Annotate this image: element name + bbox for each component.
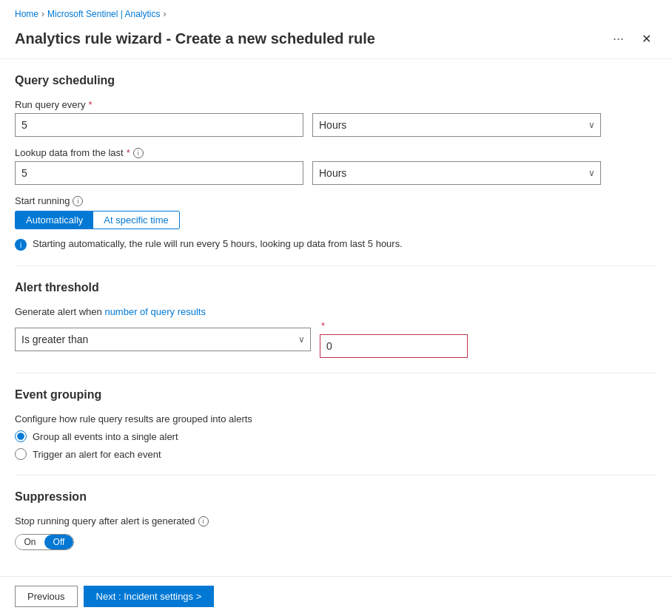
- suppression-info-icon[interactable]: i: [198, 516, 209, 527]
- radio-each-event-label: Trigger an alert for each event: [33, 449, 161, 460]
- generate-alert-label: Generate alert when number of query resu…: [15, 306, 657, 317]
- suppression-stop-label: Stop running query after alert is genera…: [15, 515, 657, 527]
- page-title: Analytics rule wizard - Create a new sch…: [15, 30, 607, 47]
- breadcrumb-sep2: ›: [164, 9, 167, 19]
- specific-time-button[interactable]: At specific time: [93, 211, 178, 229]
- radio-group-all-input[interactable]: [15, 430, 27, 442]
- start-running-row: Start running i Automatically At specifi…: [15, 195, 657, 229]
- suppression-title: Suppression: [15, 490, 657, 504]
- radio-group-all-label: Group all events into a single alert: [33, 431, 178, 442]
- suppression-off-button[interactable]: Off: [44, 535, 73, 549]
- run-query-input[interactable]: [15, 113, 303, 137]
- condition-wrapper: Is greater than Is less than Is equal to…: [15, 328, 311, 351]
- event-grouping-radio-group: Group all events into a single alert Tri…: [15, 430, 657, 460]
- lookup-input[interactable]: [15, 161, 303, 185]
- suppression-toggle: On Off: [15, 534, 74, 550]
- start-running-toggle-group: Automatically At specific time: [15, 211, 180, 229]
- lookup-label: Lookup data from the last * i: [15, 147, 657, 158]
- automatically-button[interactable]: Automatically: [16, 211, 93, 229]
- suppression-section: Suppression Stop running query after ale…: [15, 490, 657, 550]
- radio-group-all[interactable]: Group all events into a single alert: [15, 430, 657, 442]
- alert-threshold-section: Alert threshold Generate alert when numb…: [15, 281, 657, 358]
- alert-threshold-title: Alert threshold: [15, 281, 657, 294]
- threshold-required-star: *: [320, 320, 468, 331]
- breadcrumb-home[interactable]: Home: [15, 9, 38, 19]
- condition-select[interactable]: Is greater than Is less than Is equal to: [15, 328, 311, 351]
- info-circle-icon: i: [15, 239, 27, 251]
- breadcrumb-sep1: ›: [41, 9, 44, 19]
- threshold-value-col: *: [320, 320, 468, 358]
- run-query-required: *: [88, 99, 92, 110]
- lookup-unit-select[interactable]: Hours Minutes Days: [312, 161, 601, 185]
- radio-each-event[interactable]: Trigger an alert for each event: [15, 448, 657, 460]
- start-running-label: Start running i: [15, 195, 657, 206]
- event-grouping-section: Event grouping Configure how rule query …: [15, 388, 657, 460]
- event-grouping-config-label: Configure how rule query results are gro…: [15, 413, 657, 424]
- close-button[interactable]: ✕: [636, 29, 657, 49]
- divider-3: [15, 475, 657, 475]
- breadcrumb: Home › Microsoft Sentinel | Analytics ›: [0, 0, 672, 25]
- previous-button[interactable]: Previous: [15, 586, 78, 607]
- breadcrumb-sentinel[interactable]: Microsoft Sentinel | Analytics: [47, 9, 161, 19]
- run-query-label: Run query every *: [15, 99, 657, 110]
- query-scheduling-section: Query scheduling Run query every * Hours…: [15, 74, 657, 251]
- lookup-group: Lookup data from the last * i Hours Minu…: [15, 147, 657, 185]
- generate-alert-colored: number of query results: [104, 306, 206, 317]
- header-menu-icon[interactable]: ···: [607, 28, 630, 50]
- run-query-unit-select[interactable]: Hours Minutes Days: [312, 113, 601, 137]
- page-header: Analytics rule wizard - Create a new sch…: [0, 25, 672, 59]
- divider-1: [15, 265, 657, 266]
- lookup-required: *: [127, 147, 130, 158]
- threshold-inputs-row: Is greater than Is less than Is equal to…: [15, 320, 657, 358]
- lookup-unit-wrapper: Hours Minutes Days ∨: [312, 161, 601, 185]
- footer: Previous Next : Incident settings >: [0, 576, 672, 616]
- event-grouping-title: Event grouping: [15, 388, 657, 402]
- auto-info-message: i Starting automatically, the rule will …: [15, 238, 657, 251]
- main-content: Query scheduling Run query every * Hours…: [0, 59, 672, 576]
- next-button[interactable]: Next : Incident settings >: [84, 586, 215, 607]
- run-query-unit-wrapper: Hours Minutes Days ∨: [312, 113, 601, 137]
- threshold-value-input[interactable]: [320, 334, 468, 358]
- radio-each-event-input[interactable]: [15, 448, 27, 460]
- divider-2: [15, 373, 657, 373]
- lookup-info-icon[interactable]: i: [133, 148, 144, 158]
- auto-info-text: Starting automatically, the rule will ru…: [33, 238, 403, 249]
- start-running-info-icon[interactable]: i: [73, 196, 83, 206]
- suppression-on-button[interactable]: On: [16, 535, 44, 549]
- query-scheduling-title: Query scheduling: [15, 74, 657, 87]
- run-query-group: Run query every * Hours Minutes Days ∨: [15, 99, 657, 137]
- page-wrapper: Home › Microsoft Sentinel | Analytics › …: [0, 0, 672, 616]
